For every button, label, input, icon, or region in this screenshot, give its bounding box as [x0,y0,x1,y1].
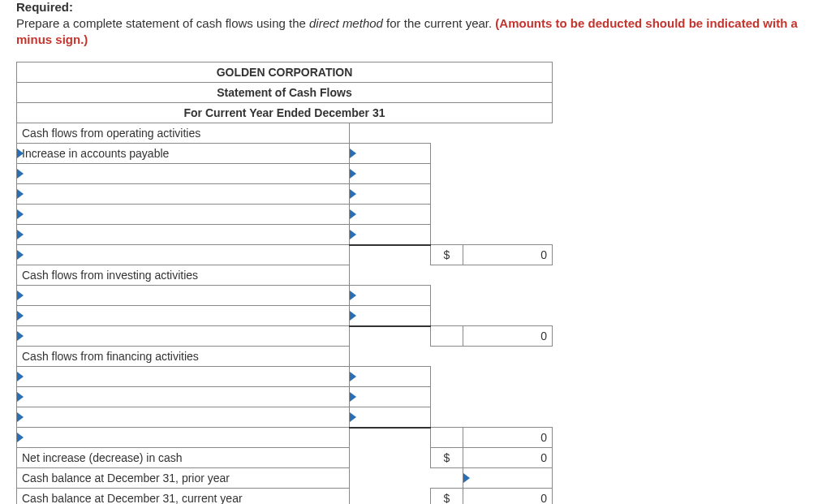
instruction-text: Prepare a complete statement of cash flo… [16,15,815,47]
operating-label: Cash flows from operating activities [17,123,350,144]
amount-input[interactable] [350,387,431,407]
investing-total-row: 0 [17,326,553,347]
section-financing: Cash flows from financing activities [17,347,553,367]
dollar-sign: $ [431,245,463,265]
op-item-dropdown[interactable] [17,164,350,184]
instruction-italic: direct method [309,16,383,30]
op-item-dropdown[interactable]: Increase in accounts payable [17,144,350,164]
chevron-right-icon [17,433,24,442]
current-balance-row: Cash balance at December 31, current yea… [17,489,553,505]
amount-input[interactable] [350,306,431,326]
fin-item-dropdown[interactable] [17,387,350,407]
dollar-sign: $ [431,489,463,505]
prior-balance-input[interactable] [463,468,553,489]
table-row: Increase in accounts payable [17,144,553,164]
op-item1-label: Increase in accounts payable [22,147,169,160]
chevron-right-icon [350,149,356,158]
title-row-period: For Current Year Ended December 31 [17,103,553,123]
table-row [17,407,553,428]
amount-input[interactable] [350,205,431,225]
table-row [17,184,553,205]
fin-item-dropdown[interactable] [17,367,350,387]
chevron-right-icon [350,209,356,219]
table-row [17,205,553,225]
table-row [17,225,553,245]
current-balance-label: Cash balance at December 31, current yea… [17,489,350,505]
amount-input[interactable] [350,367,431,387]
company-title: GOLDEN CORPORATION [17,62,553,83]
table-row [17,306,553,326]
chevron-right-icon [17,311,24,321]
inv-item-dropdown[interactable] [17,306,350,326]
inv-item-dropdown[interactable] [17,286,350,306]
required-label: Required: [16,0,815,14]
dollar-sign: $ [431,448,463,468]
chevron-right-icon [350,189,356,199]
financing-label: Cash flows from financing activities [17,347,350,367]
prior-balance-label: Cash balance at December 31, prior year [17,468,350,489]
financing-total: 0 [463,428,553,448]
chevron-right-icon [350,169,356,179]
chevron-right-icon [463,473,470,483]
table-row [17,164,553,184]
amount-input[interactable] [350,184,431,205]
op-item-dropdown[interactable] [17,205,350,225]
operating-total: 0 [463,245,553,265]
net-change-value: 0 [463,448,553,468]
section-operating: Cash flows from operating activities [17,123,553,144]
op-item-dropdown[interactable] [17,184,350,205]
financing-total-row: 0 [17,428,553,448]
investing-total: 0 [463,326,553,347]
chevron-right-icon [350,372,356,381]
chevron-right-icon [17,230,24,239]
section-investing: Cash flows from investing activities [17,265,553,286]
amount-input[interactable] [350,407,431,428]
amount-input[interactable] [350,286,431,306]
chevron-right-icon [350,230,356,239]
current-balance-value: 0 [463,489,553,505]
fin-item-dropdown[interactable] [17,428,350,448]
chevron-right-icon [17,412,24,422]
title-row-company: GOLDEN CORPORATION [17,62,553,83]
period-title: For Current Year Ended December 31 [17,103,553,123]
net-change-row: Net increase (decrease) in cash $ 0 [17,448,553,468]
chevron-right-icon [17,209,24,219]
cash-flow-worksheet: GOLDEN CORPORATION Statement of Cash Flo… [16,62,553,504]
prior-balance-row: Cash balance at December 31, prior year [17,468,553,489]
investing-label: Cash flows from investing activities [17,265,350,286]
table-row [17,286,553,306]
chevron-right-icon [17,250,24,260]
chevron-right-icon [17,372,24,381]
amount-input[interactable] [350,225,431,245]
amount-input[interactable] [350,144,431,164]
table-row [17,387,553,407]
amount-input[interactable] [350,164,431,184]
chevron-right-icon [17,291,24,300]
chevron-right-icon [17,169,24,179]
chevron-right-icon [350,291,356,300]
net-change-label: Net increase (decrease) in cash [17,448,350,468]
chevron-right-icon [17,149,24,158]
instruction-mid: for the current year. [383,16,495,30]
chevron-right-icon [17,189,24,199]
chevron-right-icon [350,311,356,321]
chevron-right-icon [17,392,24,402]
title-row-statement: Statement of Cash Flows [17,83,553,103]
chevron-right-icon [17,331,24,341]
statement-title: Statement of Cash Flows [17,83,553,103]
table-row [17,367,553,387]
chevron-right-icon [350,392,356,402]
op-item-dropdown[interactable] [17,245,350,265]
op-item-dropdown[interactable] [17,225,350,245]
operating-total-row: $ 0 [17,245,553,265]
chevron-right-icon [350,412,356,422]
instruction-pre: Prepare a complete statement of cash flo… [16,16,309,30]
fin-item-dropdown[interactable] [17,407,350,428]
inv-item-dropdown[interactable] [17,326,350,347]
